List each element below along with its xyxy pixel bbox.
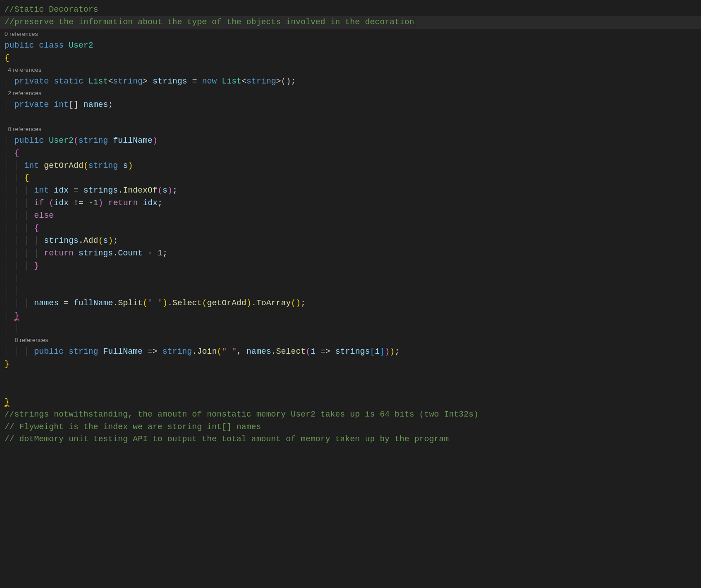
code-line-blank[interactable]: │ │	[0, 272, 701, 285]
codelens-reference[interactable]: 4 references	[0, 65, 701, 75]
operator-token: =>	[315, 347, 335, 356]
variable-token: idx	[143, 198, 158, 207]
code-line-blank[interactable]: │ │	[0, 322, 701, 335]
string-token: " "	[222, 347, 237, 356]
code-line[interactable]: │ │ │ names = fullName.Split(' ').Select…	[0, 297, 701, 310]
keyword-token: new	[202, 77, 217, 86]
keyword-token: private	[14, 100, 49, 109]
code-line-current[interactable]: //preserve the information about the typ…	[0, 16, 701, 29]
variable-token: fullName	[74, 298, 113, 307]
variable-token: strings	[83, 186, 118, 195]
codelens-reference[interactable]: 0 references	[0, 29, 701, 39]
number-token: -1	[88, 198, 98, 207]
keyword-token: public	[34, 347, 64, 356]
method-token: IndexOf	[123, 186, 158, 195]
code-line-blank[interactable]	[0, 371, 701, 383]
code-line[interactable]: //strings notwithstanding, the amoutn of…	[0, 408, 701, 421]
type-token: List	[222, 77, 241, 86]
codelens-reference[interactable]: 2 references	[0, 88, 701, 99]
keyword-token: static	[54, 77, 83, 86]
comment-token: // dotMemory unit testing API to output …	[4, 434, 449, 443]
code-line[interactable]: │ │ │ │ return strings.Count - 1;	[0, 247, 701, 260]
operator-token: =	[59, 298, 74, 307]
code-line-blank[interactable]	[0, 383, 701, 396]
punct-token: ;	[108, 100, 113, 109]
method-token: getOrAdd	[44, 161, 83, 170]
parameter-token: fullName	[113, 136, 153, 145]
code-line-blank[interactable]: │ │	[0, 285, 701, 297]
method-token: Split	[118, 298, 143, 307]
variable-token: strings	[79, 249, 113, 258]
code-line[interactable]: │ │ │ int idx = strings.IndexOf(s);	[0, 184, 701, 197]
code-line[interactable]: │ public User2(string fullName)	[0, 135, 701, 147]
code-line[interactable]: // dotMemory unit testing API to output …	[0, 433, 701, 446]
comment-token: //preserve the information about the typ…	[4, 18, 414, 26]
parameter-token: s	[123, 161, 128, 170]
operator-token: !=	[69, 198, 88, 207]
variable-token: s	[162, 186, 167, 195]
code-line[interactable]: │ {	[0, 147, 701, 160]
keyword-token: class	[39, 41, 64, 50]
type-token: List	[88, 77, 108, 86]
operator-token: =	[69, 186, 83, 195]
method-token: getOrAdd	[207, 298, 246, 307]
code-line[interactable]: //Static Decorators	[0, 4, 701, 16]
brace-token: }	[34, 261, 39, 270]
keyword-token: int	[54, 100, 69, 109]
method-token: Select	[172, 298, 202, 307]
brace-token: {	[4, 53, 9, 62]
operator-token: =	[187, 77, 202, 86]
variable-token: i	[375, 347, 380, 356]
variable-token: i	[311, 347, 315, 356]
control-token: return	[44, 249, 74, 258]
property-token: FullName	[103, 347, 143, 356]
code-line[interactable]: │ │ │ if (idx != -1) return idx;	[0, 197, 701, 210]
property-token: Count	[118, 249, 143, 258]
code-editor[interactable]: //Static Decorators //preserve the infor…	[0, 4, 701, 446]
variable-token: idx	[54, 186, 69, 195]
code-line[interactable]: │ private static List<string> strings = …	[0, 75, 701, 88]
keyword-token: public	[4, 41, 34, 50]
keyword-token: string	[162, 347, 192, 356]
keyword-token: string	[88, 161, 118, 170]
code-line[interactable]: │ │ │ │ strings.Add(s);	[0, 235, 701, 247]
keyword-token: string	[69, 347, 98, 356]
code-line[interactable]: │ │ {	[0, 172, 701, 184]
keyword-token: string	[113, 77, 143, 86]
code-line[interactable]: }	[0, 396, 701, 408]
code-line[interactable]: │ │ │ }	[0, 260, 701, 272]
control-token: return	[108, 198, 138, 207]
brace-token-warning: }	[4, 397, 9, 406]
code-line[interactable]: {	[0, 52, 701, 65]
codelens-reference[interactable]: 0 references	[0, 335, 701, 346]
method-token: Join	[197, 347, 217, 356]
code-line[interactable]: // Flyweight is the index we are storing…	[0, 421, 701, 434]
brace-token: {	[34, 224, 39, 233]
variable-token: names	[83, 100, 108, 109]
bracket-token: []	[69, 100, 79, 109]
variable-token: strings	[153, 77, 187, 86]
brace-token: }	[4, 360, 9, 369]
code-line[interactable]: }	[0, 358, 701, 371]
variable-token: s	[103, 236, 108, 245]
method-token: Add	[83, 236, 98, 245]
code-line[interactable]: │ │ │ {	[0, 222, 701, 235]
comment-token: // Flyweight is the index we are storing…	[4, 422, 261, 431]
code-line[interactable]: │ │ int getOrAdd(string s)	[0, 160, 701, 172]
operator-token: =>	[143, 347, 162, 356]
code-line[interactable]: │ │ │ else	[0, 210, 701, 222]
brace-token-error: }	[14, 311, 19, 320]
string-token: ' '	[148, 298, 162, 307]
code-line-blank[interactable]	[0, 111, 701, 124]
codelens-reference[interactable]: 0 references	[0, 124, 701, 135]
code-line[interactable]: │ }	[0, 310, 701, 322]
keyword-token: int	[24, 161, 39, 170]
code-line[interactable]: public class User2	[0, 39, 701, 52]
type-token: User2	[49, 136, 74, 145]
brace-token: {	[14, 149, 19, 158]
comment-token: //strings notwithstanding, the amoutn of…	[4, 410, 478, 419]
code-line[interactable]: │ │ │ public string FullName => string.J…	[0, 346, 701, 358]
variable-token: idx	[54, 198, 69, 207]
code-line[interactable]: │ private int[] names;	[0, 99, 701, 111]
method-token: Select	[276, 347, 306, 356]
